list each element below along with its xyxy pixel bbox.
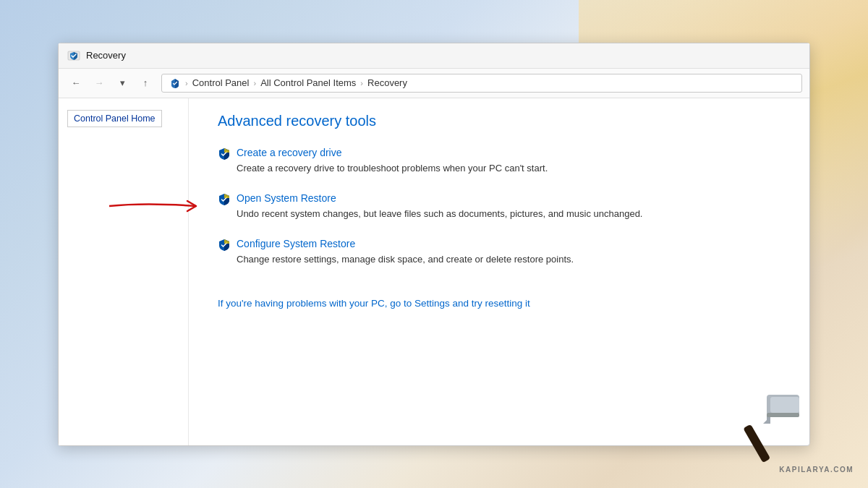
title-text: Recovery — [86, 50, 126, 61]
hammer-container — [731, 384, 810, 466]
breadcrumb-all-items[interactable]: All Control Panel Items — [260, 77, 356, 88]
breadcrumb-sep-1: › — [185, 79, 188, 87]
recovery-item-2: Open System Restore Undo recent system c… — [218, 192, 788, 221]
recovery-item-1: Create a recovery drive Create a recover… — [218, 147, 788, 175]
recovery-item-3-text: Configure System Restore Change restore … — [237, 238, 788, 266]
create-recovery-drive-link[interactable]: Create a recovery drive — [237, 147, 788, 158]
svg-rect-4 — [767, 413, 799, 417]
configure-system-restore-link[interactable]: Configure System Restore — [237, 238, 788, 249]
window-icon — [67, 49, 80, 62]
shield-icon-2 — [218, 193, 231, 206]
settings-link[interactable]: If you're having problems with your PC, … — [218, 298, 530, 309]
open-system-restore-desc: Undo recent system changes, but leave fi… — [237, 208, 642, 219]
open-system-restore-link[interactable]: Open System Restore — [237, 192, 788, 204]
configure-system-restore-desc: Change restore settings, manage disk spa… — [237, 254, 574, 265]
breadcrumb-sep-2: › — [253, 79, 256, 87]
create-recovery-drive-desc: Create a recovery drive to troubleshoot … — [237, 163, 548, 174]
recovery-item-1-text: Create a recovery drive Create a recover… — [237, 147, 788, 175]
svg-rect-1 — [743, 424, 770, 463]
up-button[interactable]: ↑ — [135, 73, 156, 93]
breadcrumb-control-panel[interactable]: Control Panel — [192, 77, 250, 88]
section-title: Advanced recovery tools — [218, 113, 788, 129]
red-arrow — [102, 192, 218, 221]
main-content: Control Panel Home Advanced recovery too… — [59, 98, 809, 445]
content-area: Advanced recovery tools Create a recover… — [189, 98, 809, 445]
arrow-container: Open System Restore Undo recent system c… — [218, 192, 788, 221]
shield-icon-3 — [218, 239, 231, 252]
svg-rect-3 — [770, 397, 799, 413]
recovery-item-2-text: Open System Restore Undo recent system c… — [237, 192, 788, 221]
control-panel-home-link[interactable]: Control Panel Home — [67, 110, 162, 127]
back-button[interactable]: ← — [66, 73, 86, 93]
shield-icon-1 — [218, 147, 231, 160]
main-window: Recovery ← → ▾ ↑ › Control Panel › All C… — [58, 43, 810, 446]
hammer-icon — [731, 384, 810, 463]
recovery-item-3: Configure System Restore Change restore … — [218, 238, 788, 266]
title-bar: Recovery — [59, 43, 809, 69]
watermark: KAPILARYA.COM — [779, 466, 854, 474]
forward-button[interactable]: → — [89, 73, 109, 93]
address-icon — [169, 77, 181, 89]
address-bar[interactable]: › Control Panel › All Control Panel Item… — [161, 74, 802, 93]
dropdown-button[interactable]: ▾ — [112, 73, 132, 93]
breadcrumb-recovery[interactable]: Recovery — [367, 77, 407, 88]
nav-bar: ← → ▾ ↑ › Control Panel › All Control Pa… — [59, 69, 809, 98]
breadcrumb-sep-3: › — [360, 79, 363, 87]
sidebar: Control Panel Home — [59, 98, 189, 445]
